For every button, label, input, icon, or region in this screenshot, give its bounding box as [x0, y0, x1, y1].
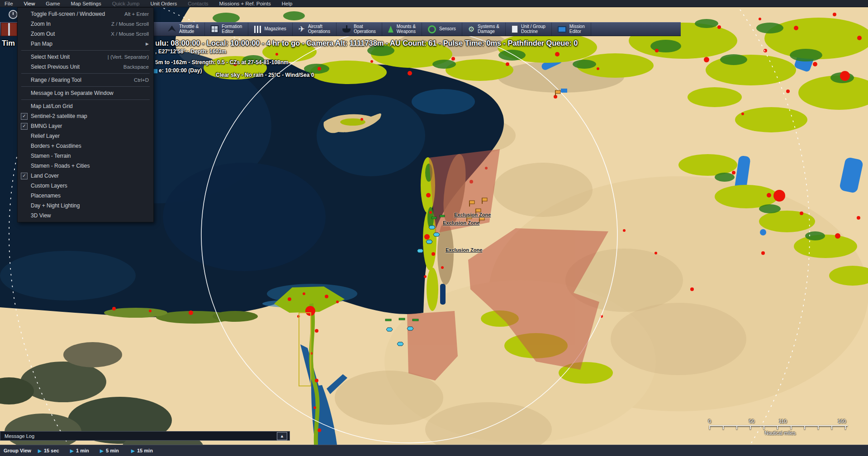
menu-item-label: Zoom Out [31, 31, 111, 37]
menu-item-shortcut: X / Mouse Scroll [111, 31, 149, 37]
toolbar-button-label: BoatOperations [354, 24, 376, 34]
menu-file[interactable]: File [5, 1, 13, 6]
expand-message-log-button[interactable]: ▲ [277, 432, 287, 440]
play-icon: ▶ [100, 448, 104, 453]
interval-1min-button[interactable]: 1 min [76, 448, 89, 453]
toolbar-button-aircraft-operations[interactable]: ✈ AircraftOperations [293, 23, 337, 36]
menu-item-bmng-layer[interactable]: ✓ BMNG Layer [18, 121, 153, 131]
systems-damage-icon: ⚙ [468, 26, 474, 33]
menu-item-zoom-in[interactable]: Zoom In Z / Mouse Scroll [18, 19, 153, 29]
menu-item-range-bearing-tool[interactable]: Range / Bearing Tool Ctrl+D [18, 75, 153, 85]
message-log-bar[interactable]: Message Log ▲ [0, 431, 290, 441]
menu-separator [21, 73, 150, 74]
boat-operations-icon [342, 28, 351, 33]
toolbar-button-formation-editor[interactable]: FormationEditor [205, 23, 248, 36]
toolbar-button-magazines[interactable]: Magazines [248, 23, 292, 36]
menu-item-sentinel2-satellite-map[interactable]: ✓ Sentinel-2 satellite map [18, 111, 153, 121]
menu-separator [21, 50, 150, 51]
menu-view[interactable]: View [24, 1, 35, 6]
menu-item-stamen-terrain[interactable]: Stamen - Terrain [18, 151, 153, 161]
scale-tick-labels: 0 50 110 160 [706, 418, 855, 424]
menu-item-message-log-separate-window[interactable]: Message Log in Separate Window [18, 88, 153, 98]
magazines-icon [254, 26, 261, 33]
menu-item-day-night-lighting[interactable]: Day + Night Lighting [18, 201, 153, 211]
menu-unit-orders[interactable]: Unit Orders [150, 1, 177, 6]
menu-item-custom-layers[interactable]: Custom Layers [18, 181, 153, 191]
menu-item-toggle-fullscreen[interactable]: Toggle Full-screen / Windowed Alt + Ente… [18, 9, 153, 19]
scale-unit-label: Nautical miles [706, 430, 855, 436]
map-scale: 0 50 110 160 Nautical miles [706, 418, 855, 436]
formation-editor-icon [211, 25, 218, 33]
menu-item-placenames[interactable]: Placenames [18, 191, 153, 201]
menu-item-label: Select Next Unit [31, 54, 108, 60]
submenu-arrow-icon: ▶ [146, 42, 149, 46]
menu-item-shortcut: Ctrl+D [134, 77, 149, 83]
toolbar-button-label: Sensors [439, 27, 456, 32]
menu-item-land-cover[interactable]: ✓ Land Cover [18, 171, 153, 181]
menu-item-relief-layer[interactable]: Relief Layer [18, 131, 153, 141]
menu-item-shortcut: | (Vert. Separator) [108, 54, 149, 60]
menu-item-label: Map Lat/Lon Grid [31, 103, 149, 109]
sim-status-bar: ulu: 08:00:00 - Local: 10:00:00 - 4 hr t… [155, 39, 578, 47]
menu-item-label: Pan Map [31, 41, 146, 47]
menu-item-select-next-unit[interactable]: Select Next Unit | (Vert. Separator) [18, 52, 153, 62]
exclusion-zone-label[interactable]: Exclusion Zone [454, 212, 491, 217]
menu-separator [21, 86, 150, 87]
sensors-icon [428, 25, 436, 33]
menu-item-zoom-out[interactable]: Zoom Out X / Mouse Scroll [18, 29, 153, 39]
toolbar-button-systems-damage[interactable]: ⚙ Systems &Damage [462, 23, 506, 36]
menu-item-shortcut: Z / Mouse Scroll [111, 21, 149, 27]
toolbar-left-icon-fragment [1, 23, 17, 36]
local-time-info: e: 10:00:00 (Day) [159, 67, 202, 74]
toolbar-button-sensors[interactable]: Sensors [422, 23, 462, 36]
play-icon: ▶ [131, 448, 135, 453]
toolbar-button-label: FormationEditor [222, 24, 242, 34]
menu-item-label: Toggle Full-screen / Windowed [31, 11, 124, 17]
menu-item-3d-view[interactable]: 3D View [18, 211, 153, 221]
cursor-position-info: , E27°12'58" - Depth: 1603m [155, 48, 226, 55]
menu-item-label: Sentinel-2 satellite map [31, 113, 149, 119]
toolbar-button-mission-editor[interactable]: MissionEditor [552, 23, 591, 36]
menu-item-label: 3D View [31, 212, 149, 219]
sonar-layer-info: 5m to -162m - Strength: 0.5 - CZs at 27-… [155, 59, 289, 66]
exclusion-zone-label[interactable]: Exclusion Zone [446, 247, 482, 253]
mounts-weapons-icon [388, 26, 394, 33]
toolbar-button-label: Mounts &Weapons [397, 24, 416, 34]
group-view-button[interactable]: Group View [4, 448, 31, 453]
toolbar-button-throttle-altitude[interactable]: Throttle &Altitude [162, 23, 205, 36]
menu-item-label: Select Previous Unit [31, 64, 123, 70]
menu-missions-ref-points[interactable]: Missions + Ref. Points [219, 1, 271, 6]
exclusion-zone-label[interactable]: Exclusion Zone [443, 220, 479, 226]
time-control-bar: Group View ▶ 15 sec ▶ 1 min ▶ 5 min ▶ 15… [0, 445, 868, 456]
unit-group-doctrine-icon [512, 25, 518, 33]
menu-contacts: Contacts [188, 1, 208, 6]
menu-game[interactable]: Game [46, 1, 60, 6]
menu-item-label: Custom Layers [31, 183, 149, 189]
menu-item-borders-coastlines[interactable]: Borders + Coastlines [18, 141, 153, 151]
check-icon: ✓ [21, 113, 28, 120]
menu-help[interactable]: Help [282, 1, 293, 6]
check-slot: ✓ [20, 113, 28, 120]
view-menu-dropdown: Toggle Full-screen / Windowed Alt + Ente… [17, 7, 154, 222]
interval-15min-button[interactable]: 15 min [137, 448, 153, 453]
menu-item-label: Range / Bearing Tool [31, 77, 134, 83]
message-log-title: Message Log [5, 433, 34, 439]
menu-separator [21, 99, 150, 100]
menu-item-pan-map[interactable]: Pan Map ▶ [18, 39, 153, 49]
toolbar-button-mounts-weapons[interactable]: Mounts &Weapons [382, 23, 422, 36]
clock-icon[interactable] [9, 10, 18, 19]
menu-item-label: Message Log in Separate Window [31, 90, 149, 96]
interval-15sec-button[interactable]: 15 sec [44, 448, 59, 453]
toolbar-button-label: Throttle &Altitude [179, 24, 199, 34]
clock-hand [13, 12, 14, 15]
menu-map-settings[interactable]: Map Settings [71, 1, 101, 6]
toolbar-button-boat-operations[interactable]: BoatOperations [337, 23, 382, 36]
interval-5min-button[interactable]: 5 min [106, 448, 119, 453]
menu-item-select-previous-unit[interactable]: Select Previous Unit Backspace [18, 62, 153, 72]
toolbar-button-unit-group-doctrine[interactable]: Unit / GroupDoctrine [506, 23, 552, 36]
menu-item-map-latlon-grid[interactable]: Map Lat/Lon Grid [18, 101, 153, 111]
menu-item-stamen-roads-cities[interactable]: Stamen - Roads + Cities [18, 161, 153, 171]
menu-item-label: Day + Night Lighting [31, 202, 149, 209]
scale-tick: 0 [708, 418, 711, 424]
scale-ruler [709, 425, 848, 429]
